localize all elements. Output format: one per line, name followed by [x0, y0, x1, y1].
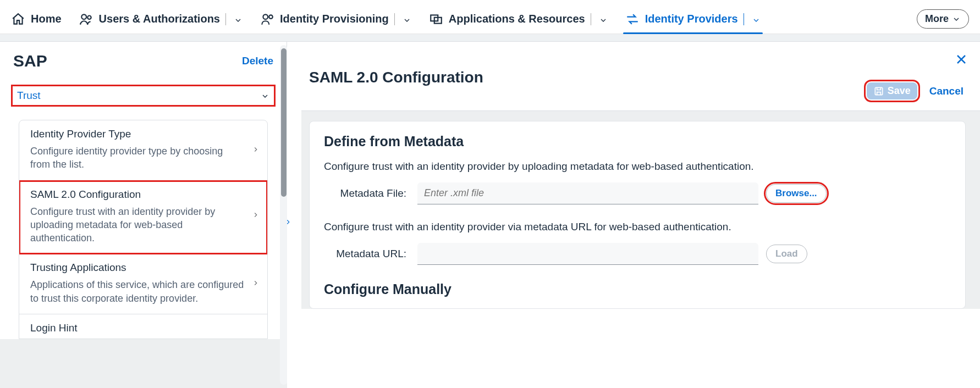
- section-select-trust[interactable]: Trust: [11, 85, 276, 107]
- chevron-down-icon[interactable]: [234, 15, 243, 24]
- main-body: Define from Metadata Configure trust wit…: [301, 110, 980, 309]
- divider: [591, 13, 591, 25]
- load-button[interactable]: Load: [766, 245, 807, 263]
- metadata-file-row: Metadata File: Browse...: [324, 182, 951, 204]
- metadata-url-label: Metadata URL:: [324, 248, 406, 260]
- svg-point-1: [87, 15, 91, 19]
- nav-identity-providers[interactable]: Identity Providers: [625, 4, 761, 34]
- collapse-sidebar-button[interactable]: [283, 214, 294, 230]
- chevron-right-icon: [252, 279, 260, 287]
- body: SAP Delete Trust Identity Provider Type …: [0, 42, 980, 388]
- section-text: Configure trust with an identity provide…: [324, 221, 951, 233]
- metadata-file-label: Metadata File:: [324, 187, 406, 199]
- list-item-title: SAML 2.0 Configuration: [30, 189, 245, 201]
- sidebar: SAP Delete Trust Identity Provider Type …: [0, 42, 287, 339]
- list-item-desc: Applications of this service, which are …: [30, 278, 245, 305]
- people-icon: [260, 12, 274, 26]
- metadata-card: Define from Metadata Configure trust wit…: [309, 121, 966, 309]
- section-text: Configure trust with an identity provide…: [324, 160, 951, 173]
- sidebar-wrap: SAP Delete Trust Identity Provider Type …: [0, 42, 287, 388]
- list-item-desc: Configure trust with an identity provide…: [30, 205, 245, 245]
- svg-point-2: [263, 14, 268, 19]
- sync-icon: [625, 12, 640, 26]
- chevron-right-icon: [252, 211, 260, 219]
- nav-users[interactable]: Users & Authorizations: [79, 4, 243, 34]
- nav-applications[interactable]: Applications & Resources: [429, 4, 608, 34]
- list-item-title: Login Hint: [30, 322, 245, 334]
- svg-rect-8: [875, 87, 882, 95]
- action-bar: Save Cancel: [867, 82, 964, 99]
- nav-home-label: Home: [31, 13, 62, 25]
- list-item-title: Trusting Applications: [30, 262, 245, 274]
- scrollbar-thumb[interactable]: [281, 48, 287, 197]
- metadata-url-input[interactable]: [417, 243, 758, 265]
- chevron-down-icon: [261, 91, 269, 100]
- browse-button[interactable]: Browse...: [766, 184, 827, 203]
- main-panel: SAML 2.0 Configuration Save Cancel Defin…: [287, 42, 980, 388]
- section-heading: Configure Manually: [324, 281, 951, 297]
- list-item-login-hint[interactable]: Login Hint: [19, 314, 267, 339]
- nav-identity-providers-label: Identity Providers: [645, 13, 738, 25]
- section-heading: Define from Metadata: [324, 134, 951, 149]
- close-icon[interactable]: [955, 53, 968, 66]
- divider: [744, 13, 744, 25]
- section-select-label: Trust: [17, 90, 41, 102]
- nav-identity-provisioning[interactable]: Identity Provisioning: [260, 4, 411, 34]
- sidebar-title: SAP: [13, 52, 47, 70]
- chevron-down-icon[interactable]: [752, 15, 761, 24]
- list-item-title: Identity Provider Type: [30, 128, 245, 140]
- sidebar-header: SAP Delete: [0, 42, 287, 76]
- nav-applications-label: Applications & Resources: [449, 13, 585, 25]
- chevron-down-icon[interactable]: [403, 15, 411, 24]
- separator-strip: [0, 34, 980, 42]
- more-button[interactable]: More: [917, 9, 969, 29]
- delete-link[interactable]: Delete: [242, 55, 273, 67]
- chevron-down-icon[interactable]: [599, 15, 608, 24]
- chevron-down-icon: [952, 15, 961, 24]
- metadata-url-row: Metadata URL: Load: [324, 243, 951, 265]
- list-item-saml-config[interactable]: SAML 2.0 Configuration Configure trust w…: [19, 181, 267, 254]
- chevron-right-icon: [252, 146, 260, 153]
- svg-point-0: [81, 14, 86, 19]
- main-header: SAML 2.0 Configuration Save Cancel: [301, 42, 980, 110]
- cancel-link[interactable]: Cancel: [929, 85, 964, 97]
- list-item-desc: Configure identity provider type by choo…: [30, 145, 245, 171]
- top-nav: Home Users & Authorizations Identity Pro…: [0, 0, 980, 34]
- divider: [225, 13, 226, 25]
- apps-icon: [429, 12, 443, 26]
- more-label: More: [925, 13, 949, 25]
- save-button-label: Save: [888, 85, 911, 97]
- list-item-trusting-apps[interactable]: Trusting Applications Applications of th…: [19, 254, 267, 314]
- list-item-idp-type[interactable]: Identity Provider Type Configure identit…: [19, 120, 267, 181]
- divider: [394, 13, 395, 25]
- page-title: SAML 2.0 Configuration: [309, 69, 483, 86]
- nav-identity-provisioning-label: Identity Provisioning: [280, 13, 389, 25]
- home-icon: [11, 12, 25, 26]
- metadata-file-input[interactable]: [417, 182, 758, 204]
- nav-users-label: Users & Authorizations: [99, 13, 220, 25]
- save-button[interactable]: Save: [867, 82, 917, 99]
- users-icon: [79, 12, 93, 26]
- svg-point-3: [269, 15, 273, 19]
- nav-home[interactable]: Home: [11, 4, 62, 34]
- settings-list: Identity Provider Type Configure identit…: [19, 120, 268, 339]
